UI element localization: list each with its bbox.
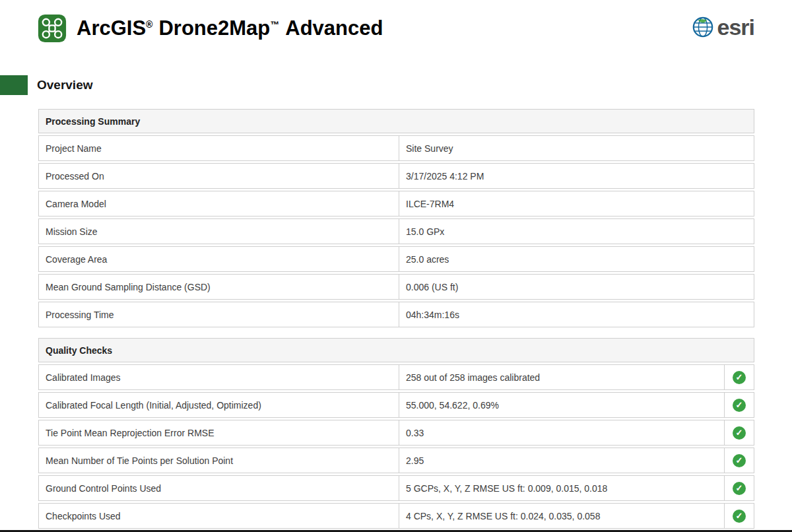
row-value: 04h:34m:16s	[399, 302, 754, 327]
processing-summary-header: Processing Summary	[38, 109, 754, 133]
row-value: 5 GCPs, X, Y, Z RMSE US ft: 0.009, 0.015…	[399, 476, 724, 500]
check-circle-icon: ✓	[733, 482, 746, 495]
overview-heading: Overview	[37, 78, 93, 92]
table-row: Ground Control Points Used 5 GCPs, X, Y,…	[38, 475, 754, 501]
row-label: Tie Point Mean Reprojection Error RMSE	[39, 420, 399, 445]
check-circle-icon: ✓	[733, 399, 746, 412]
check-circle-icon: ✓	[733, 510, 746, 523]
esri-logotype: esri	[717, 16, 755, 41]
table-row: Checkpoints Used 4 CPs, X, Y, Z RMSE US …	[38, 503, 754, 529]
overview-band: Overview	[0, 75, 792, 95]
row-value: 0.006 (US ft)	[399, 275, 754, 299]
title-brand: ArcGIS	[77, 17, 146, 40]
table-row: Tie Point Mean Reprojection Error RMSE 0…	[38, 420, 754, 446]
row-value: 55.000, 54.622, 0.69%	[399, 393, 724, 417]
table-row: Processing Time 04h:34m:16s	[38, 302, 754, 327]
row-value: 0.33	[399, 420, 724, 445]
table-row: Coverage Area 25.0 acres	[38, 246, 754, 272]
row-label: Camera Model	[39, 191, 399, 216]
check-circle-icon: ✓	[733, 371, 746, 384]
row-value: 4 CPs, X, Y, Z RMSE US ft: 0.024, 0.035,…	[399, 504, 724, 528]
esri-logo: esri	[692, 16, 755, 41]
status-cell: ✓	[724, 420, 754, 445]
row-value: 258 out of 258 images calibrated	[399, 365, 724, 389]
status-cell: ✓	[724, 365, 754, 389]
title-product: Drone2Map	[158, 17, 270, 40]
row-value: 15.0 GPx	[399, 219, 754, 244]
table-row: Camera Model ILCE-7RM4	[38, 191, 754, 216]
table-row: Processed On 3/17/2025 4:12 PM	[38, 163, 754, 189]
table-row: Mission Size 15.0 GPx	[38, 218, 754, 244]
row-label: Ground Control Points Used	[39, 476, 399, 500]
overview-accent-block	[0, 75, 28, 95]
row-label: Calibrated Images	[39, 365, 399, 389]
check-circle-icon: ✓	[733, 454, 746, 467]
row-label: Coverage Area	[39, 247, 399, 271]
row-label: Mean Number of Tie Points per Solution P…	[39, 448, 399, 473]
status-cell: ✓	[724, 448, 754, 473]
table-row: Mean Ground Sampling Distance (GSD) 0.00…	[38, 274, 754, 300]
row-label: Processed On	[39, 164, 399, 188]
row-label: Project Name	[39, 136, 399, 160]
row-value: ILCE-7RM4	[399, 191, 754, 216]
table-row: Calibrated Images 258 out of 258 images …	[38, 364, 754, 390]
trademark-mark: ™	[270, 19, 279, 30]
status-cell: ✓	[724, 476, 754, 500]
table-row: Project Name Site Survey	[38, 135, 754, 161]
quality-checks-table: Quality Checks Calibrated Images 258 out…	[38, 338, 754, 529]
status-cell: ✓	[724, 504, 754, 528]
registered-mark: ®	[146, 19, 152, 30]
row-label: Calibrated Focal Length (Initial, Adjust…	[39, 393, 399, 417]
page-title: ArcGIS®Drone2Map™Advanced	[77, 17, 383, 40]
processing-summary-table: Processing Summary Project Name Site Sur…	[38, 109, 754, 327]
esri-globe-icon	[692, 16, 714, 41]
row-value: 25.0 acres	[399, 247, 754, 271]
table-row: Calibrated Focal Length (Initial, Adjust…	[38, 392, 754, 418]
quality-checks-header: Quality Checks	[38, 338, 754, 362]
drone2map-app-icon	[38, 14, 67, 43]
status-cell: ✓	[724, 393, 754, 417]
row-value: 2.95	[399, 448, 724, 473]
row-label: Mission Size	[39, 219, 399, 244]
row-value: Site Survey	[399, 136, 754, 160]
check-circle-icon: ✓	[733, 426, 746, 440]
table-row: Mean Number of Tie Points per Solution P…	[38, 448, 754, 473]
row-value: 3/17/2025 4:12 PM	[399, 164, 754, 188]
row-label: Checkpoints Used	[39, 504, 399, 528]
row-label: Mean Ground Sampling Distance (GSD)	[39, 275, 399, 299]
row-label: Processing Time	[39, 302, 399, 327]
report-header: ArcGIS®Drone2Map™Advanced esri	[0, 0, 792, 48]
title-edition: Advanced	[285, 17, 383, 40]
